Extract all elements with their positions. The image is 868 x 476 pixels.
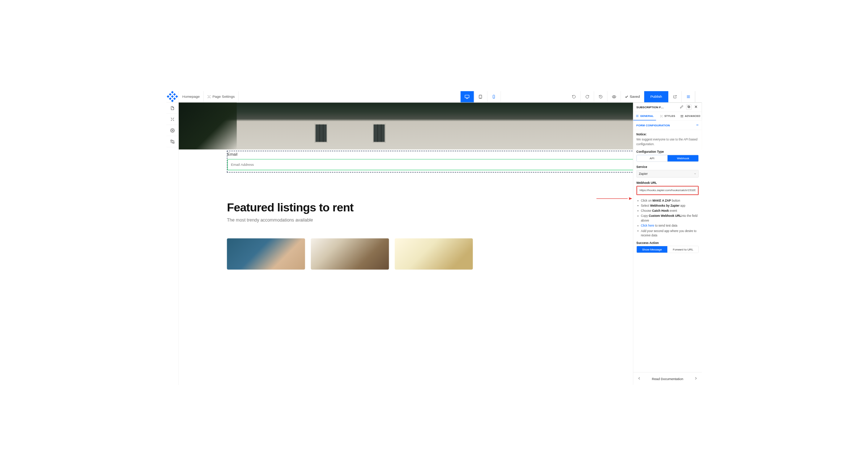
notice-text: We suggest everyone to use to the API ba… — [637, 138, 699, 147]
email-input[interactable] — [227, 159, 693, 170]
tab-advanced-label: ADVANCED — [685, 115, 701, 118]
mobile-icon — [492, 95, 496, 99]
config-type-segmented: API Webhook — [637, 155, 699, 161]
close-panel-button[interactable] — [693, 104, 699, 110]
collapse-section-button[interactable]: − — [696, 123, 699, 127]
email-label: Email — [227, 151, 699, 158]
doc-next-button[interactable] — [693, 377, 699, 380]
file-icon — [170, 106, 174, 110]
menu-icon — [686, 95, 690, 99]
structure-button[interactable] — [166, 136, 179, 147]
logo-icon — [166, 90, 179, 103]
svg-point-14 — [613, 96, 614, 97]
listing-card[interactable] — [395, 238, 473, 269]
notice-block: Notice: We suggest everyone to use to th… — [637, 133, 699, 147]
step-item: Add your second app where you desire to … — [641, 229, 699, 238]
app-logo[interactable] — [166, 91, 179, 102]
saved-label: Saved — [630, 95, 640, 99]
list-icon — [636, 114, 639, 118]
success-forward-url[interactable]: Forward to URL — [667, 246, 698, 253]
success-action-segmented: Show Message Forward to URL — [637, 246, 699, 253]
check-icon — [625, 95, 629, 98]
config-type-label: Configuration Type — [637, 150, 699, 153]
device-preview-group — [460, 91, 501, 102]
desktop-preview-button[interactable] — [460, 91, 474, 102]
menu-button[interactable] — [682, 91, 695, 102]
undo-button[interactable] — [567, 91, 580, 102]
svg-rect-6 — [169, 97, 171, 100]
svg-rect-5 — [175, 95, 178, 98]
step-item: Copy Custom Webhook URLinto the field ab… — [641, 214, 699, 223]
subscription-form-element[interactable]: Email — [227, 151, 699, 173]
tablet-preview-button[interactable] — [474, 91, 487, 102]
mobile-preview-button[interactable] — [487, 91, 501, 102]
layers-button[interactable] — [686, 105, 692, 110]
svg-rect-7 — [173, 97, 176, 100]
design-button[interactable] — [166, 114, 179, 125]
gear-icon — [170, 128, 174, 132]
pages-button[interactable] — [166, 102, 179, 114]
redo-button[interactable] — [580, 91, 594, 102]
settings-button[interactable] — [166, 125, 179, 136]
preview-button[interactable] — [607, 91, 621, 102]
svg-rect-4 — [171, 95, 174, 98]
redo-icon — [585, 95, 589, 99]
svg-rect-3 — [167, 95, 169, 98]
layout-icon — [170, 139, 174, 144]
listing-card[interactable] — [227, 238, 305, 269]
documentation-bar[interactable]: Read Documentation — [633, 372, 702, 385]
panel-tabs: GENERAL STYLES ADVANCED — [633, 112, 702, 121]
config-type-webhook[interactable]: Webhook — [667, 155, 698, 161]
svg-rect-19 — [688, 106, 690, 108]
svg-rect-0 — [171, 91, 174, 93]
svg-rect-8 — [171, 100, 174, 102]
webhook-url-label: Webhook URL — [637, 181, 699, 184]
heading-subtitle: The most trendy accommodations available — [227, 217, 353, 222]
svg-rect-1 — [169, 93, 171, 96]
section-form-configuration[interactable]: FORM CONFIGURATION − — [633, 121, 702, 130]
external-link-icon — [673, 95, 677, 99]
page-canvas[interactable]: Email Featured listings to rent The most… — [179, 102, 702, 385]
config-type-api[interactable]: API — [637, 155, 667, 161]
panel-body: Notice: We suggest everyone to use to th… — [633, 130, 702, 372]
tab-advanced[interactable]: ADVANCED — [679, 112, 702, 120]
tab-styles[interactable]: STYLES — [656, 112, 679, 120]
listings-row — [227, 238, 473, 269]
close-icon — [694, 105, 698, 109]
tab-styles-label: STYLES — [664, 115, 675, 118]
chevron-right-icon — [695, 377, 697, 380]
saved-indicator[interactable]: Saved — [621, 91, 644, 102]
panel-header: SUBSCRIPTION F… — [633, 102, 702, 112]
history-button[interactable] — [594, 91, 607, 102]
tablet-icon — [478, 94, 482, 99]
page-settings-button[interactable]: Page Settings — [204, 91, 239, 102]
doc-label: Read Documentation — [642, 377, 693, 380]
inspector-panel: SUBSCRIPTION F… GENERAL STYLES ADVANCED … — [633, 102, 702, 372]
history-icon — [599, 95, 603, 99]
hero-image — [179, 102, 702, 149]
doc-prev-button[interactable] — [637, 377, 642, 380]
open-external-button[interactable] — [668, 91, 682, 102]
service-value: Zapier — [639, 172, 647, 176]
top-toolbar: Homepage Page Settings Saved Publish — [166, 91, 702, 102]
pencil-icon — [680, 105, 684, 109]
tab-general[interactable]: GENERAL — [633, 112, 656, 120]
notice-label: Notice: — [637, 133, 699, 136]
svg-rect-18 — [688, 106, 689, 107]
service-select[interactable]: Zapier — [637, 170, 699, 177]
pencil-ruler-icon — [170, 117, 174, 121]
edit-name-button[interactable] — [679, 104, 684, 110]
page-name[interactable]: Homepage — [179, 91, 204, 102]
success-action-block: Success Action Show Message Forward to U… — [637, 241, 699, 253]
page-settings-label: Page Settings — [212, 95, 234, 99]
send-test-data-link[interactable]: Click here — [641, 224, 654, 227]
step-item: Select Webhooks by Zapier app — [641, 203, 699, 208]
webhook-url-input[interactable] — [638, 187, 698, 194]
layers-icon — [687, 105, 690, 109]
publish-button[interactable]: Publish — [644, 91, 668, 102]
chevron-down-icon — [694, 173, 696, 175]
success-show-message[interactable]: Show Message — [637, 246, 667, 253]
step-item: Click here to send test data — [641, 224, 699, 228]
step-item: Click on MAKE A ZAP button — [641, 198, 699, 203]
listing-card[interactable] — [311, 238, 389, 269]
